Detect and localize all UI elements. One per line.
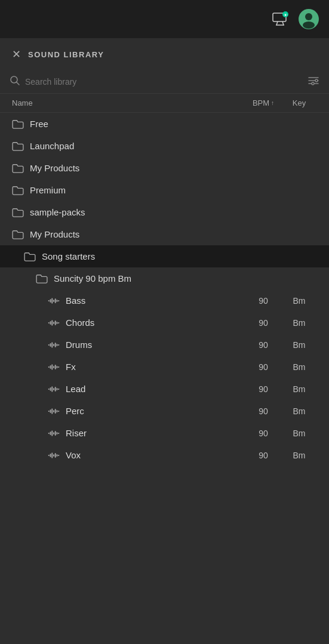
svg-rect-61 [50, 432, 51, 435]
svg-rect-70 [53, 454, 54, 457]
svg-rect-57 [55, 409, 56, 413]
svg-rect-22 [55, 298, 56, 303]
list-item[interactable]: Lead90Bm [0, 378, 329, 400]
list-item[interactable]: Chords90Bm [0, 312, 329, 334]
svg-rect-28 [53, 322, 54, 324]
svg-rect-26 [50, 321, 51, 324]
list-item[interactable]: Bass90Bm [0, 289, 329, 312]
item-label: Drums [66, 340, 92, 350]
svg-rect-67 [48, 455, 50, 456]
item-label: Bass [66, 295, 85, 306]
svg-line-10 [17, 82, 20, 85]
svg-rect-69 [51, 452, 53, 458]
list-item[interactable]: Song starters [0, 245, 329, 267]
library-title: SOUND LIBRARY [28, 50, 104, 59]
svg-rect-73 [58, 455, 59, 456]
svg-rect-65 [57, 432, 58, 435]
item-key: Bm [281, 362, 317, 372]
svg-text:👁: 👁 [284, 13, 288, 17]
svg-rect-27 [51, 320, 53, 325]
item-label: Perc [66, 406, 84, 416]
svg-rect-56 [53, 410, 54, 412]
svg-rect-32 [48, 344, 50, 346]
svg-rect-19 [50, 299, 51, 302]
list-item[interactable]: Perc90Bm [0, 400, 329, 422]
item-label: Lead [66, 384, 85, 394]
svg-rect-60 [48, 433, 50, 434]
svg-rect-55 [51, 408, 53, 414]
svg-rect-46 [48, 389, 50, 390]
svg-rect-23 [57, 300, 58, 302]
col-name-header: Name [12, 98, 245, 107]
column-headers: Name BPM ↑ Key [0, 94, 329, 113]
svg-rect-42 [53, 366, 54, 368]
svg-line-2 [282, 21, 284, 25]
item-bpm: 90 [245, 429, 281, 438]
item-bpm: 90 [245, 451, 281, 460]
item-label: Suncity 90 bpm Bm [54, 273, 131, 284]
item-key: Bm [281, 384, 317, 394]
svg-rect-47 [50, 387, 51, 390]
item-label: Riser [66, 428, 87, 438]
close-icon[interactable]: ✕ [12, 48, 21, 61]
svg-point-14 [315, 79, 318, 82]
list-item[interactable]: Free [0, 113, 329, 135]
svg-point-8 [303, 21, 315, 29]
svg-rect-51 [57, 388, 58, 390]
search-input[interactable] [25, 77, 303, 87]
list-item[interactable]: My Products [0, 157, 329, 179]
library-header: ✕ SOUND LIBRARY [0, 38, 329, 70]
item-label: Launchpad [30, 141, 74, 151]
item-bpm: 90 [245, 362, 281, 372]
filter-icon[interactable] [308, 75, 319, 88]
item-key: Bm [281, 406, 317, 416]
item-key: Bm [281, 451, 317, 460]
svg-line-1 [276, 21, 278, 25]
list-item[interactable]: Launchpad [0, 135, 329, 157]
svg-rect-45 [58, 366, 59, 368]
user-avatar-icon[interactable] [298, 8, 319, 30]
svg-rect-53 [48, 411, 50, 412]
item-label: Free [30, 119, 48, 129]
item-label: Premium [30, 185, 66, 195]
item-label: Song starters [42, 251, 95, 261]
svg-rect-72 [57, 454, 58, 457]
item-key: Bm [281, 429, 317, 438]
file-list: Free Launchpad My Products Premium sampl… [0, 113, 329, 644]
list-item[interactable]: Vox90Bm [0, 444, 329, 466]
list-item[interactable]: sample-packs [0, 201, 329, 223]
item-bpm: 90 [245, 340, 281, 350]
list-item[interactable]: My Products [0, 223, 329, 245]
item-key: Bm [281, 318, 317, 328]
list-item[interactable]: Drums90Bm [0, 334, 329, 356]
item-label: Vox [66, 450, 81, 460]
svg-rect-59 [58, 411, 59, 412]
sound-library-panel: ✕ SOUND LIBRARY Name BPM [0, 38, 329, 644]
svg-rect-43 [55, 365, 56, 369]
svg-rect-50 [55, 387, 56, 391]
search-icon [10, 75, 20, 88]
svg-rect-35 [53, 344, 54, 346]
monitor-icon[interactable]: 👁 [269, 8, 291, 30]
list-item[interactable]: Riser90Bm [0, 422, 329, 444]
svg-rect-31 [58, 322, 59, 323]
list-item[interactable]: Suncity 90 bpm Bm [0, 267, 329, 289]
svg-rect-54 [50, 409, 51, 412]
svg-rect-64 [55, 431, 56, 435]
svg-rect-44 [57, 366, 58, 368]
svg-rect-20 [51, 298, 53, 303]
svg-rect-49 [53, 388, 54, 390]
col-bpm-header[interactable]: BPM ↑ [245, 98, 281, 107]
col-key-header: Key [281, 98, 317, 107]
svg-rect-21 [53, 300, 54, 302]
item-bpm: 90 [245, 296, 281, 306]
item-label: My Products [30, 163, 79, 173]
list-item[interactable]: Premium [0, 179, 329, 201]
svg-rect-52 [58, 389, 59, 390]
item-bpm: 90 [245, 406, 281, 416]
item-bpm: 90 [245, 318, 281, 328]
list-item[interactable]: Fx90Bm [0, 356, 329, 378]
svg-rect-71 [55, 453, 56, 457]
svg-rect-29 [55, 321, 56, 325]
svg-rect-33 [50, 343, 51, 346]
